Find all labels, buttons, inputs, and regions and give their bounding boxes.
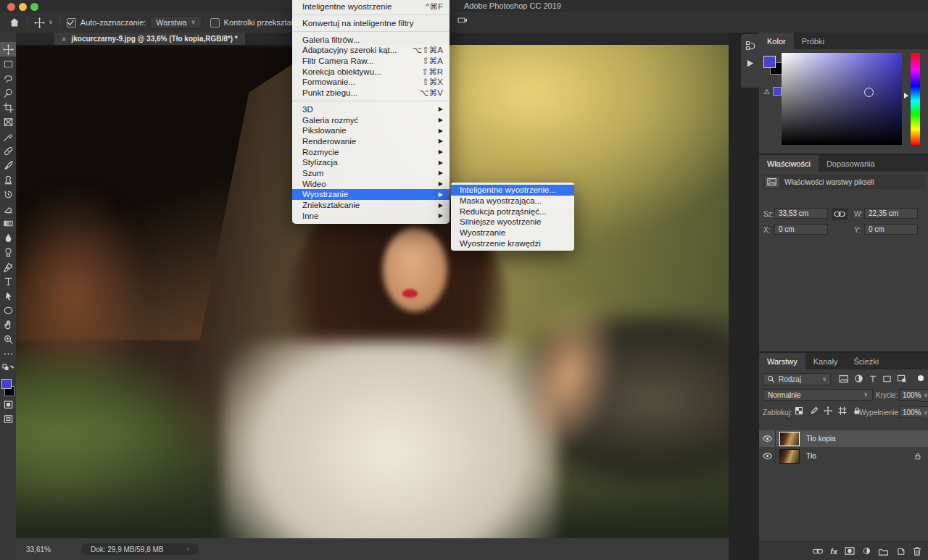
eyedropper-tool[interactable] (0, 129, 16, 143)
menu-item-convert-smart-filters[interactable]: Konwertuj na inteligentne filtry (292, 18, 450, 29)
submenu-item-sharpen[interactable]: Wyostrzanie (451, 227, 574, 238)
edit-toolbar-icon[interactable] (0, 346, 16, 361)
new-layer-icon[interactable] (895, 546, 906, 556)
menu-item-lens-correction[interactable]: Korekcja obiektywu...⇧⌘R (292, 66, 450, 77)
pen-tool[interactable] (0, 259, 16, 274)
default-swap-colors-icon[interactable] (0, 361, 16, 375)
tab-properties[interactable]: Właściwości (759, 155, 819, 172)
foreground-color-swatch[interactable] (763, 56, 776, 68)
zoom-level-field[interactable]: 33,61% (26, 546, 51, 553)
zoom-window-button[interactable] (30, 3, 38, 11)
auto-select-dropdown[interactable]: Warstwa ∨ (150, 16, 201, 29)
status-options-icon[interactable]: › (187, 546, 189, 553)
menu-item-3d[interactable]: 3D▶ (292, 104, 450, 115)
layer-name[interactable]: Tło kopia (806, 435, 836, 443)
menu-item-video[interactable]: Wideo▶ (292, 178, 450, 189)
move-tool[interactable] (0, 42, 16, 57)
link-dimensions-icon[interactable] (832, 208, 848, 220)
document-tab[interactable]: × jkocurczarny-9.jpg @ 33,6% (Tło kopia,… (54, 33, 245, 45)
document-size-indicator[interactable]: Dok: 29,9 MB/59,8 MB › (81, 543, 199, 555)
panel-menu-icon[interactable] (913, 38, 922, 45)
path-selection-tool[interactable] (0, 288, 16, 303)
hand-tool[interactable] (0, 317, 16, 332)
menu-item-sharpen[interactable]: Wyostrzanie▶ (292, 189, 450, 200)
quick-mask-icon[interactable] (0, 397, 16, 411)
add-layer-mask-icon[interactable] (844, 546, 856, 556)
minimize-window-button[interactable] (19, 3, 27, 11)
lock-transparency-icon[interactable] (795, 406, 803, 415)
shape-tool[interactable] (0, 303, 16, 317)
extra-options-icon[interactable] (457, 17, 468, 24)
history-brush-tool[interactable] (0, 187, 16, 201)
filter-type-layers-icon[interactable] (869, 375, 877, 383)
layer-thumbnail[interactable] (779, 432, 800, 446)
close-window-button[interactable] (7, 3, 15, 11)
color-field[interactable] (782, 53, 902, 145)
filter-smart-objects-icon[interactable] (897, 375, 906, 383)
filter-pixel-layers-icon[interactable] (839, 375, 849, 383)
x-field[interactable]: 0 cm (774, 224, 828, 235)
layer-name[interactable]: Tło (806, 452, 816, 460)
type-tool[interactable] (0, 274, 16, 288)
menu-item-adaptive-wide-angle[interactable]: Adaptacyjny szeroki kąt...⌥⇧⌘A (292, 45, 450, 56)
crop-tool[interactable] (0, 100, 16, 114)
menu-item-distort[interactable]: Zniekształcanie▶ (292, 200, 450, 211)
width-field[interactable]: 33,53 cm (774, 208, 828, 219)
layer-visibility-icon[interactable] (759, 430, 776, 447)
opacity-chevron-icon[interactable]: ∨ (921, 389, 928, 402)
closest-color-swatch[interactable] (773, 87, 782, 96)
clone-stamp-tool[interactable] (0, 172, 16, 187)
screen-mode-icon[interactable] (0, 411, 16, 426)
hue-slider-arrow-icon[interactable] (904, 93, 908, 99)
gradient-tool[interactable] (0, 216, 16, 230)
actions-panel-icon[interactable] (745, 59, 755, 68)
layer-filter-dropdown[interactable]: Rodzaj ∨ (763, 373, 831, 385)
gamut-warning[interactable]: ⚠ (763, 87, 782, 96)
home-icon[interactable] (9, 17, 20, 28)
fill-field[interactable]: 100% (899, 406, 922, 418)
menu-item-render[interactable]: Renderowanie▶ (292, 136, 450, 147)
lock-artboard-icon[interactable] (838, 406, 847, 415)
hue-slider[interactable] (911, 53, 920, 145)
color-picker-ring-icon[interactable] (864, 88, 874, 97)
layer-row-tlo-kopia[interactable]: Tło kopia (759, 430, 928, 447)
tab-layers[interactable]: Warstwy (759, 353, 805, 369)
lock-pixels-icon[interactable] (809, 406, 818, 415)
submenu-item-sharpen-edges[interactable]: Wyostrzenie krawędzi (451, 238, 574, 248)
zoom-tool[interactable] (0, 332, 16, 346)
lock-position-icon[interactable] (824, 406, 832, 415)
tab-adjustments[interactable]: Dopasowania (819, 155, 883, 172)
filter-shape-layers-icon[interactable] (882, 375, 892, 383)
panel-menu-icon[interactable] (913, 358, 922, 365)
transform-controls-checkbox[interactable] (210, 18, 220, 28)
tab-swatches[interactable]: Próbki (794, 33, 832, 49)
blur-tool[interactable] (0, 230, 16, 245)
submenu-item-sharpen-more[interactable]: Silniejsze wyostrzenie (451, 217, 574, 227)
brush-tool[interactable] (0, 158, 16, 172)
menu-item-camera-raw[interactable]: Filtr Camera Raw...⇧⌘A (292, 56, 450, 67)
layer-filter-toggle[interactable] (918, 375, 924, 381)
layer-visibility-icon[interactable] (759, 448, 776, 464)
menu-item-stylize[interactable]: Stylizacja▶ (292, 157, 450, 168)
y-field[interactable]: 0 cm (864, 224, 918, 235)
menu-item-filter-gallery[interactable]: Galeria filtrów... (292, 34, 450, 45)
chevron-down-icon[interactable]: ∨ (49, 20, 53, 25)
filter-adjustment-layers-icon[interactable] (854, 374, 863, 383)
menu-item-blur-gallery[interactable]: Galeria rozmyć▶ (292, 114, 450, 125)
menu-item-blur[interactable]: Rozmycie▶ (292, 146, 450, 157)
blend-mode-dropdown[interactable]: Normalnie ∨ (763, 389, 873, 401)
marquee-tool[interactable] (0, 57, 16, 71)
submenu-item-shake-reduction[interactable]: Redukcja potrząśnięć... (451, 206, 574, 217)
menu-item-other[interactable]: Inne▶ (292, 210, 450, 221)
layer-thumbnail[interactable] (779, 449, 800, 464)
tab-channels[interactable]: Kanały (805, 353, 846, 369)
auto-select-checkbox[interactable] (67, 18, 76, 28)
lasso-tool[interactable] (0, 71, 16, 85)
tab-color[interactable]: Kolor (759, 33, 794, 49)
submenu-item-unsharp-mask[interactable]: Maska wyostrzająca... (451, 196, 574, 206)
fill-chevron-icon[interactable]: ∨ (921, 406, 928, 419)
menu-item-liquify[interactable]: Formowanie...⇧⌘X (292, 77, 450, 88)
opacity-field[interactable]: 100% (899, 389, 922, 401)
panel-menu-icon[interactable] (913, 160, 922, 167)
foreground-background-swatches[interactable] (1, 378, 15, 397)
